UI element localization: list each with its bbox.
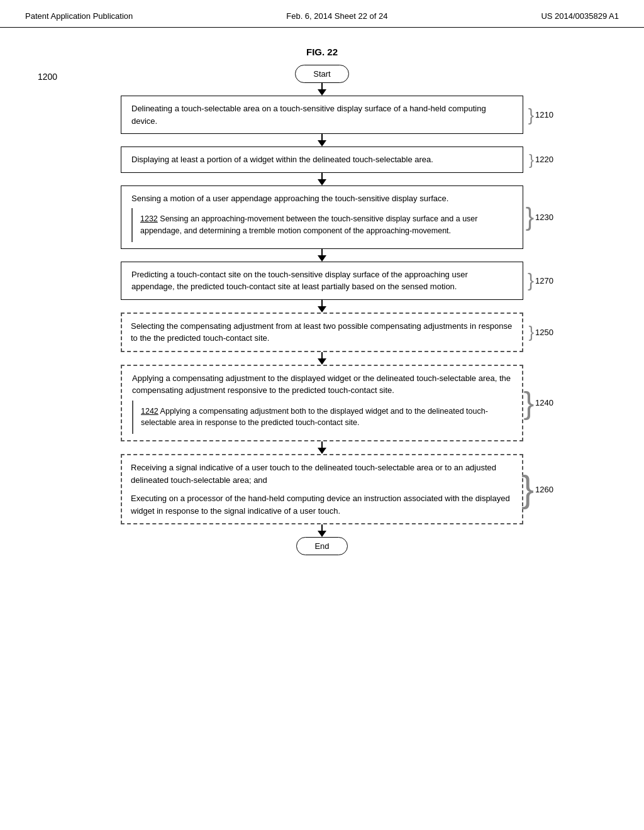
bracket-right-1270: } bbox=[528, 271, 534, 290]
step-1230-bracket-group: } 1230 bbox=[526, 185, 553, 249]
arrow-line-6 bbox=[321, 352, 323, 358]
step-1270-row: Predicting a touch-contact site on the t… bbox=[38, 262, 606, 300]
end-oval: End bbox=[296, 537, 347, 555]
step-1260-text1: Receiving a signal indicative of a user … bbox=[131, 462, 513, 486]
step-1242-text: Applying a compensating adjustment both … bbox=[141, 407, 488, 428]
step-1242-num: 1242 bbox=[141, 407, 158, 416]
step-1210-label: 1210 bbox=[535, 110, 553, 119]
step-1250-label: 1250 bbox=[535, 328, 553, 337]
page-header: Patent Application Publication Feb. 6, 2… bbox=[0, 0, 644, 28]
arrow-line-8 bbox=[321, 524, 323, 531]
step-1260-label: 1260 bbox=[535, 485, 553, 494]
step-1232-text: Sensing an approaching-movement between … bbox=[140, 214, 477, 235]
step-1232-sub: 1232 Sensing an approaching-movement bet… bbox=[131, 208, 513, 242]
step-1230-box: Sensing a motion of a user appendage app… bbox=[121, 185, 523, 249]
step-1220-box: Displaying at least a portion of a widge… bbox=[121, 147, 523, 173]
step-1230-label: 1230 bbox=[535, 213, 553, 222]
arrow-3 bbox=[318, 179, 326, 185]
figure-label: FIG. 22 bbox=[306, 47, 338, 57]
step-1242-sub: 1242 Applying a compensating adjustment … bbox=[132, 401, 512, 434]
arrow-5 bbox=[318, 306, 326, 313]
main-content: 1200 FIG. 22 Start Delineating a touch-s… bbox=[0, 28, 644, 574]
step-1260-box: Receiving a signal indicative of a user … bbox=[121, 454, 523, 524]
bracket-right-1250: } bbox=[528, 324, 534, 340]
step-1250-bracket-group: } 1250 bbox=[528, 313, 553, 352]
step-1250-text: Selecting the compensating adjustment fr… bbox=[131, 321, 512, 343]
step-1250-row: Selecting the compensating adjustment fr… bbox=[38, 313, 606, 352]
step-1270-text: Predicting a touch-contact site on the t… bbox=[131, 270, 468, 292]
bracket-right-1220: } bbox=[529, 152, 534, 167]
start-oval: Start bbox=[295, 65, 348, 83]
arrow-6 bbox=[318, 358, 326, 365]
arrow-line-7 bbox=[321, 441, 323, 448]
header-left: Patent Application Publication bbox=[25, 11, 133, 21]
step-1270-label: 1270 bbox=[535, 276, 553, 285]
step-1240-box: Applying a compensating adjustment to th… bbox=[121, 365, 523, 442]
arrow-line-3 bbox=[321, 173, 323, 179]
step-1220-text: Displaying at least a portion of a widge… bbox=[131, 155, 433, 164]
step-1260-bracket-group: } 1260 bbox=[521, 454, 553, 524]
flowchart: FIG. 22 Start Delineating a touch-select… bbox=[38, 40, 606, 555]
arrow-line-1 bbox=[321, 83, 323, 89]
step-1210-bracket-group: } 1210 bbox=[528, 96, 553, 134]
step-1260-text2: Executing on a processor of the hand-hel… bbox=[131, 492, 513, 517]
arrow-2 bbox=[318, 140, 326, 147]
step-1240-label: 1240 bbox=[535, 398, 553, 407]
arrow-1 bbox=[318, 89, 326, 96]
arrow-4 bbox=[318, 255, 326, 262]
bracket-right-1260: } bbox=[521, 470, 534, 508]
bracket-right-1240: } bbox=[523, 387, 534, 419]
bracket-right-1210: } bbox=[528, 106, 534, 124]
step-1240-bracket-group: } 1240 bbox=[523, 365, 553, 442]
step-1270-box: Predicting a touch-contact site on the t… bbox=[121, 262, 523, 300]
step-1220-bracket-group: } 1220 bbox=[529, 147, 553, 173]
step-1250-box: Selecting the compensating adjustment fr… bbox=[121, 313, 523, 352]
bracket-right-1230: } bbox=[526, 204, 534, 230]
step-1220-label: 1220 bbox=[535, 155, 553, 164]
step-1240-row: Applying a compensating adjustment to th… bbox=[38, 365, 606, 442]
step-1260-row: Receiving a signal indicative of a user … bbox=[38, 454, 606, 524]
step-1230-row: Sensing a motion of a user appendage app… bbox=[38, 185, 606, 249]
step-1210-text: Delineating a touch-selectable area on a… bbox=[131, 104, 486, 126]
step-1240-text: Applying a compensating adjustment to th… bbox=[132, 374, 511, 396]
step-1220-row: Displaying at least a portion of a widge… bbox=[38, 147, 606, 173]
step-1270-bracket-group: } 1270 bbox=[528, 262, 553, 300]
arrow-7 bbox=[318, 448, 326, 454]
arrow-8 bbox=[318, 531, 326, 537]
arrow-line-2 bbox=[321, 134, 323, 140]
step-1210-row: Delineating a touch-selectable area on a… bbox=[38, 96, 606, 134]
arrow-line-5 bbox=[321, 300, 323, 306]
header-center: Feb. 6, 2014 Sheet 22 of 24 bbox=[286, 11, 387, 21]
step-1210-box: Delineating a touch-selectable area on a… bbox=[121, 96, 523, 134]
arrow-line-4 bbox=[321, 249, 323, 255]
step-1230-text: Sensing a motion of a user appendage app… bbox=[131, 194, 448, 203]
header-right: US 2014/0035829 A1 bbox=[541, 11, 619, 21]
step-1232-num: 1232 bbox=[140, 214, 158, 223]
